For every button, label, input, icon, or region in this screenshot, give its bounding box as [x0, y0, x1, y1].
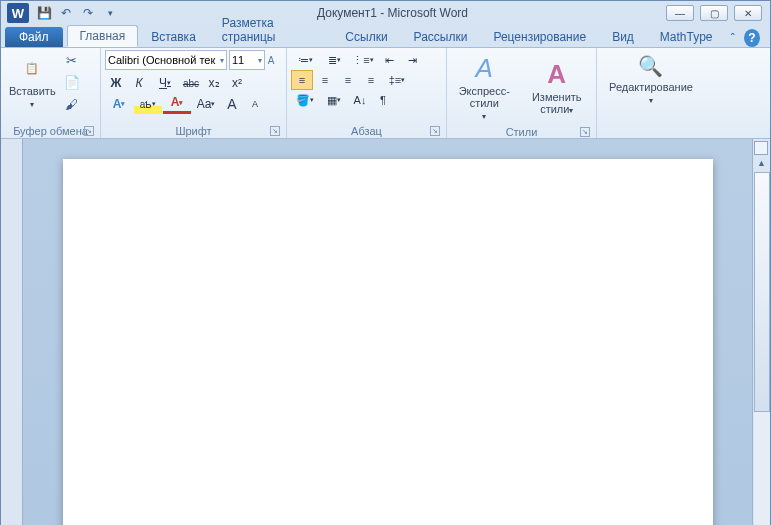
- decrease-indent-button[interactable]: ⇤: [378, 50, 400, 70]
- tab-view[interactable]: Вид: [599, 26, 647, 47]
- quick-access-toolbar: 💾 ↶ ↷ ▾: [35, 4, 119, 22]
- group-label-clipboard: Буфер обмена↘: [5, 124, 96, 138]
- save-icon[interactable]: 💾: [35, 4, 53, 22]
- group-label-paragraph: Абзац↘: [291, 124, 442, 138]
- italic-button[interactable]: К: [128, 73, 150, 93]
- subscript-button[interactable]: x₂: [203, 73, 225, 93]
- window-title: Документ1 - Microsoft Word: [119, 6, 666, 20]
- copy-icon[interactable]: 📄: [62, 72, 82, 92]
- align-center-button[interactable]: ≡: [314, 70, 336, 90]
- maximize-button[interactable]: ▢: [700, 5, 728, 21]
- redo-icon[interactable]: ↷: [79, 4, 97, 22]
- ribbon: 📋 Вставить▾ ✂ 📄 🖌 Буфер обмена↘ Calibri …: [1, 47, 770, 139]
- sort-button[interactable]: A↓: [349, 90, 371, 110]
- collapse-ribbon-icon[interactable]: ˆ: [726, 31, 740, 47]
- shading-button[interactable]: 🪣▾: [291, 90, 319, 110]
- window-controls: ― ▢ ✕: [666, 5, 762, 21]
- strike-button[interactable]: abc: [180, 73, 202, 93]
- qat-customize-icon[interactable]: ▾: [101, 4, 119, 22]
- grow-font-icon[interactable]: A: [267, 50, 275, 70]
- clipboard-icon: 📋: [16, 52, 48, 84]
- cut-icon[interactable]: ✂: [62, 50, 82, 70]
- tab-mailings[interactable]: Рассылки: [401, 26, 481, 47]
- tab-review[interactable]: Рецензирование: [480, 26, 599, 47]
- superscript-button[interactable]: x²: [226, 73, 248, 93]
- numbering-button[interactable]: ≣▾: [320, 50, 348, 70]
- shrink-font-button[interactable]: A: [244, 94, 266, 114]
- scroll-up-icon[interactable]: ▲: [754, 155, 770, 171]
- bold-button[interactable]: Ж: [105, 73, 127, 93]
- borders-button[interactable]: ▦▾: [320, 90, 348, 110]
- document-area: ▲ ▼ ⏶ ○ ⏷: [1, 139, 770, 525]
- clipboard-launcher[interactable]: ↘: [84, 126, 94, 136]
- word-app-icon: W: [7, 3, 29, 23]
- group-clipboard: 📋 Вставить▾ ✂ 📄 🖌 Буфер обмена↘: [1, 48, 101, 138]
- tab-mathtype[interactable]: MathType: [647, 26, 726, 47]
- app-window: W 💾 ↶ ↷ ▾ Документ1 - Microsoft Word ― ▢…: [0, 0, 771, 525]
- quick-styles-button[interactable]: A Экспресс-стили▾: [451, 50, 518, 125]
- vscroll-thumb[interactable]: [754, 172, 770, 412]
- change-styles-icon: A: [541, 58, 573, 90]
- align-left-button[interactable]: ≡: [291, 70, 313, 90]
- group-label-styles: Стили↘: [451, 125, 592, 139]
- paragraph-launcher[interactable]: ↘: [430, 126, 440, 136]
- paste-button[interactable]: 📋 Вставить▾: [5, 50, 60, 113]
- quick-styles-icon: A: [468, 52, 500, 84]
- text-effects-button[interactable]: A▾: [105, 94, 133, 114]
- justify-button[interactable]: ≡: [360, 70, 382, 90]
- group-font: Calibri (Основной тек▾ 11▾ A Ж К Ч▾ abc …: [101, 48, 287, 138]
- font-launcher[interactable]: ↘: [270, 126, 280, 136]
- tab-references[interactable]: Ссылки: [332, 26, 400, 47]
- show-marks-button[interactable]: ¶: [372, 90, 394, 110]
- help-icon[interactable]: ?: [744, 29, 760, 47]
- ruler-toggle-button[interactable]: [754, 141, 768, 155]
- bullets-button[interactable]: ≔▾: [291, 50, 319, 70]
- minimize-button[interactable]: ―: [666, 5, 694, 21]
- change-case-button[interactable]: Aa▾: [192, 94, 220, 114]
- multilevel-button[interactable]: ⋮≡▾: [349, 50, 377, 70]
- vertical-ruler[interactable]: [1, 139, 23, 525]
- title-bar: W 💾 ↶ ↷ ▾ Документ1 - Microsoft Word ― ▢…: [1, 1, 770, 25]
- line-spacing-button[interactable]: ‡≡▾: [383, 70, 411, 90]
- group-editing: 🔍 Редактирование▾: [597, 48, 705, 138]
- highlight-button[interactable]: aƄ▾: [134, 94, 162, 114]
- group-paragraph: ≔▾ ≣▾ ⋮≡▾ ⇤ ⇥ ≡ ≡ ≡ ≡ ‡≡▾ 🪣▾ ▦▾ A↓: [287, 48, 447, 138]
- editing-button[interactable]: 🔍 Редактирование▾: [605, 50, 697, 109]
- binoculars-icon: 🔍: [634, 52, 668, 80]
- font-name-combo[interactable]: Calibri (Основной тек▾: [105, 50, 227, 70]
- tab-home[interactable]: Главная: [67, 25, 139, 47]
- app-name: Microsoft Word: [388, 6, 468, 20]
- undo-icon[interactable]: ↶: [57, 4, 75, 22]
- styles-launcher[interactable]: ↘: [580, 127, 590, 137]
- tab-layout[interactable]: Разметка страницы: [209, 12, 333, 47]
- format-painter-icon[interactable]: 🖌: [62, 94, 82, 114]
- font-color-button[interactable]: A▾: [163, 94, 191, 114]
- document-page[interactable]: [63, 159, 713, 525]
- underline-button[interactable]: Ч▾: [151, 73, 179, 93]
- change-styles-button[interactable]: A Изменить стили▾: [522, 56, 592, 119]
- group-label-font: Шрифт↘: [105, 124, 282, 138]
- vertical-scrollbar[interactable]: ▲ ▼ ⏶ ○ ⏷: [752, 139, 770, 525]
- increase-indent-button[interactable]: ⇥: [401, 50, 423, 70]
- align-right-button[interactable]: ≡: [337, 70, 359, 90]
- grow-font-button[interactable]: A: [221, 94, 243, 114]
- tab-insert[interactable]: Вставка: [138, 26, 209, 47]
- tab-file[interactable]: Файл: [5, 27, 63, 47]
- page-viewport: [23, 139, 752, 525]
- group-styles: A Экспресс-стили▾ A Изменить стили▾ Стил…: [447, 48, 597, 138]
- close-button[interactable]: ✕: [734, 5, 762, 21]
- ribbon-tabs: Файл Главная Вставка Разметка страницы С…: [1, 25, 770, 47]
- font-size-combo[interactable]: 11▾: [229, 50, 265, 70]
